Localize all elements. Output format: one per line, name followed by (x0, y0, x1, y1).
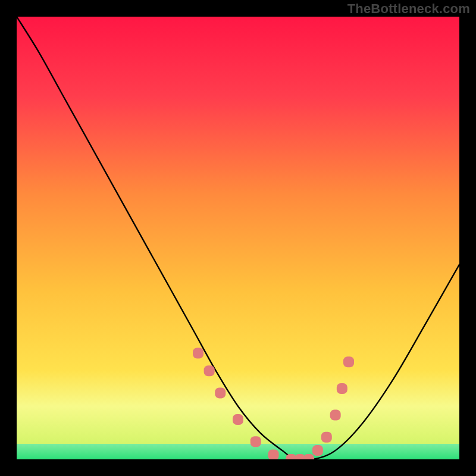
highlight-marker (215, 387, 226, 398)
highlight-marker (330, 410, 341, 421)
highlight-marker (312, 445, 323, 456)
highlight-marker (204, 365, 215, 376)
highlight-marker (250, 436, 261, 447)
gradient-background (17, 17, 459, 459)
highlight-marker (321, 432, 332, 443)
chart-svg (17, 17, 459, 459)
green-band (17, 444, 459, 459)
highlight-marker (268, 450, 279, 459)
highlight-marker (193, 347, 203, 358)
highlight-marker (337, 383, 347, 394)
highlight-marker (343, 356, 354, 367)
highlight-marker (233, 414, 243, 425)
watermark-text: TheBottleneck.com (347, 1, 470, 17)
chart-frame: TheBottleneck.com (0, 0, 476, 476)
plot-area (17, 17, 459, 459)
lime-band (17, 406, 459, 444)
